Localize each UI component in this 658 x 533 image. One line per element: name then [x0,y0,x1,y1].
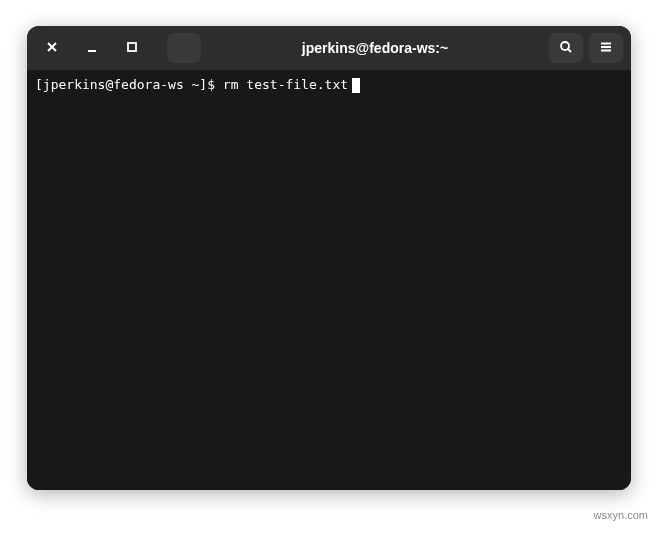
maximize-button[interactable] [115,33,149,63]
svg-rect-3 [128,43,136,51]
terminal-line: [jperkins@fedora-ws ~]$ rm test-file.txt [35,76,623,94]
titlebar-left-controls [35,33,201,63]
window-title: jperkins@fedora-ws:~ [207,40,543,56]
titlebar-right-controls [549,33,623,63]
close-button[interactable] [35,33,69,63]
shell-command: rm test-file.txt [223,76,348,94]
menu-button[interactable] [589,33,623,63]
watermark: wsxyn.com [594,509,648,521]
svg-line-8 [568,49,571,52]
hamburger-icon [598,39,614,58]
cursor [352,78,360,93]
minimize-button[interactable] [75,33,109,63]
shell-prompt: [jperkins@fedora-ws ~]$ [35,76,223,94]
terminal-window: jperkins@fedora-ws:~ [27,26,631,490]
titlebar: jperkins@fedora-ws:~ [27,26,631,70]
maximize-icon [124,39,140,58]
search-button[interactable] [549,33,583,63]
search-icon [558,39,574,58]
close-icon [44,39,60,58]
svg-point-7 [561,42,569,50]
terminal-body[interactable]: [jperkins@fedora-ws ~]$ rm test-file.txt [27,70,631,490]
minimize-icon [84,39,100,58]
new-tab-button[interactable] [167,33,201,63]
